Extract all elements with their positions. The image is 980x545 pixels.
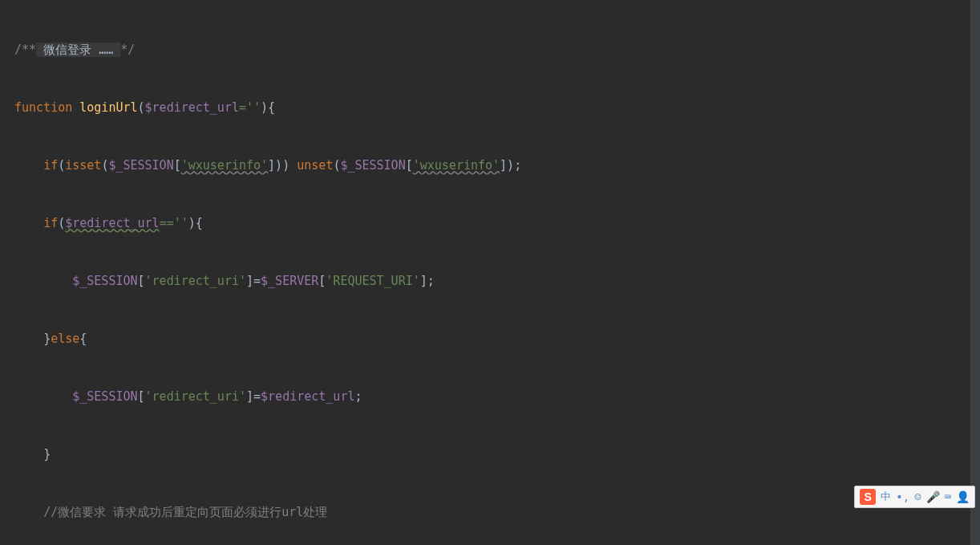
- ime-keyboard-icon[interactable]: ⌨: [945, 490, 951, 503]
- comment-line: //微信要求 请求成功后重定向页面必须进行url处理: [43, 505, 327, 519]
- comment-selected: 微信登录 ……: [36, 43, 120, 57]
- param-var: $redirect_url: [145, 100, 239, 115]
- vertical-scrollbar[interactable]: [970, 0, 980, 545]
- ime-punct-icon[interactable]: •,: [896, 490, 909, 503]
- ime-user-icon[interactable]: 👤: [956, 490, 970, 503]
- ime-toolbar[interactable]: S 中 •, ☺ 🎤 ⌨ 👤: [854, 486, 975, 508]
- code-editor[interactable]: /** 微信登录 …… */ function loginUrl($redire…: [0, 0, 980, 545]
- keyword-function: function: [14, 100, 79, 115]
- sogou-logo-icon[interactable]: S: [860, 489, 876, 505]
- ime-emoji-icon[interactable]: ☺: [914, 490, 921, 503]
- comment-text: /**: [14, 43, 36, 57]
- ime-mic-icon[interactable]: 🎤: [926, 490, 940, 503]
- ime-mode-label[interactable]: 中: [881, 490, 891, 504]
- function-name: loginUrl: [79, 100, 137, 115]
